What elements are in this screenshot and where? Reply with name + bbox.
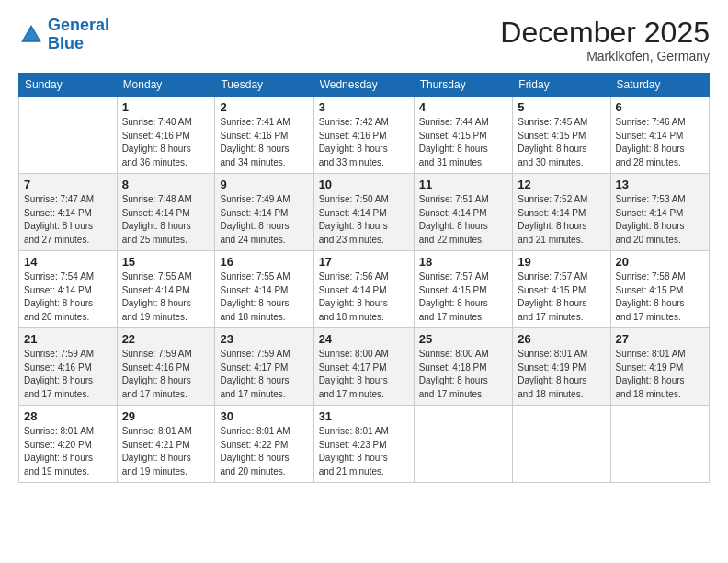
page: General Blue December 2025 Marklkofen, G… [0,0,728,563]
day-cell: 9Sunrise: 7:49 AM Sunset: 4:14 PM Daylig… [215,174,313,251]
day-number: 1 [122,100,210,114]
day-number: 30 [220,409,308,423]
day-cell: 7Sunrise: 7:47 AM Sunset: 4:14 PM Daylig… [19,174,118,251]
day-info: Sunrise: 8:01 AM Sunset: 4:19 PM Dayligh… [616,348,704,401]
day-cell: 10Sunrise: 7:50 AM Sunset: 4:14 PM Dayli… [313,174,414,251]
day-info: Sunrise: 7:57 AM Sunset: 4:15 PM Dayligh… [518,270,605,324]
day-cell [513,406,610,483]
day-cell: 17Sunrise: 7:56 AM Sunset: 4:14 PM Dayli… [313,251,414,328]
main-title: December 2025 [500,17,710,49]
day-number: 21 [24,332,112,346]
logo-line1: General [48,16,109,34]
col-header-saturday: Saturday [610,74,709,97]
day-info: Sunrise: 7:47 AM Sunset: 4:14 PM Dayligh… [24,193,112,247]
day-cell: 14Sunrise: 7:54 AM Sunset: 4:14 PM Dayli… [19,251,118,328]
col-header-friday: Friday [513,74,610,97]
day-info: Sunrise: 7:42 AM Sunset: 4:16 PM Dayligh… [319,116,409,169]
day-cell [414,406,513,483]
day-cell: 24Sunrise: 8:00 AM Sunset: 4:17 PM Dayli… [313,328,414,406]
day-number: 18 [419,255,508,269]
day-info: Sunrise: 7:44 AM Sunset: 4:15 PM Dayligh… [419,116,508,169]
day-info: Sunrise: 8:00 AM Sunset: 4:17 PM Dayligh… [319,348,409,401]
day-info: Sunrise: 7:49 AM Sunset: 4:14 PM Dayligh… [220,193,308,247]
day-number: 2 [220,100,308,114]
day-info: Sunrise: 7:51 AM Sunset: 4:14 PM Dayligh… [419,193,508,247]
day-cell: 19Sunrise: 7:57 AM Sunset: 4:15 PM Dayli… [513,251,610,328]
day-number: 29 [122,409,210,423]
logo-text: General Blue [48,17,109,53]
day-info: Sunrise: 7:59 AM Sunset: 4:16 PM Dayligh… [122,348,210,401]
day-info: Sunrise: 7:59 AM Sunset: 4:17 PM Dayligh… [220,348,308,401]
logo: General Blue [18,17,109,53]
col-header-tuesday: Tuesday [215,74,313,97]
day-info: Sunrise: 7:45 AM Sunset: 4:15 PM Dayligh… [518,116,605,169]
day-cell: 2Sunrise: 7:41 AM Sunset: 4:16 PM Daylig… [215,97,313,174]
day-number: 12 [518,178,605,191]
day-cell: 6Sunrise: 7:46 AM Sunset: 4:14 PM Daylig… [610,97,709,174]
day-info: Sunrise: 7:59 AM Sunset: 4:16 PM Dayligh… [24,348,112,401]
day-number: 6 [616,100,704,114]
day-info: Sunrise: 8:01 AM Sunset: 4:20 PM Dayligh… [24,425,112,478]
day-number: 19 [518,255,605,269]
day-info: Sunrise: 7:50 AM Sunset: 4:14 PM Dayligh… [319,193,409,247]
day-info: Sunrise: 7:55 AM Sunset: 4:14 PM Dayligh… [220,270,308,324]
day-number: 7 [24,178,112,191]
day-cell: 22Sunrise: 7:59 AM Sunset: 4:16 PM Dayli… [117,328,215,406]
day-cell: 20Sunrise: 7:58 AM Sunset: 4:15 PM Dayli… [610,251,709,328]
day-info: Sunrise: 7:58 AM Sunset: 4:15 PM Dayligh… [616,270,704,324]
day-cell: 27Sunrise: 8:01 AM Sunset: 4:19 PM Dayli… [610,328,709,406]
day-cell [610,406,709,483]
day-number: 5 [518,100,605,114]
day-info: Sunrise: 7:46 AM Sunset: 4:14 PM Dayligh… [616,116,704,169]
day-number: 31 [319,409,409,423]
week-row-2: 7Sunrise: 7:47 AM Sunset: 4:14 PM Daylig… [19,174,710,251]
day-info: Sunrise: 7:56 AM Sunset: 4:14 PM Dayligh… [319,270,409,324]
day-number: 15 [122,255,210,269]
day-number: 11 [419,178,508,191]
day-info: Sunrise: 7:55 AM Sunset: 4:14 PM Dayligh… [122,270,210,324]
day-cell: 21Sunrise: 7:59 AM Sunset: 4:16 PM Dayli… [19,328,118,406]
day-cell: 12Sunrise: 7:52 AM Sunset: 4:14 PM Dayli… [513,174,610,251]
day-info: Sunrise: 7:52 AM Sunset: 4:14 PM Dayligh… [518,193,605,247]
day-number: 20 [616,255,704,269]
day-number: 27 [616,332,704,346]
day-cell: 8Sunrise: 7:48 AM Sunset: 4:14 PM Daylig… [117,174,215,251]
day-info: Sunrise: 7:57 AM Sunset: 4:15 PM Dayligh… [419,270,508,324]
week-row-3: 14Sunrise: 7:54 AM Sunset: 4:14 PM Dayli… [19,251,710,328]
day-cell: 13Sunrise: 7:53 AM Sunset: 4:14 PM Dayli… [610,174,709,251]
logo-icon [18,22,44,48]
day-number: 25 [419,332,508,346]
day-number: 3 [319,100,409,114]
day-cell: 16Sunrise: 7:55 AM Sunset: 4:14 PM Dayli… [215,251,313,328]
day-number: 26 [518,332,605,346]
svg-marker-1 [23,28,40,40]
day-info: Sunrise: 8:01 AM Sunset: 4:23 PM Dayligh… [319,425,409,478]
day-number: 13 [616,178,704,191]
calendar-table: SundayMondayTuesdayWednesdayThursdayFrid… [18,73,710,483]
calendar-header-row: SundayMondayTuesdayWednesdayThursdayFrid… [19,74,710,97]
day-info: Sunrise: 8:01 AM Sunset: 4:21 PM Dayligh… [122,425,210,478]
day-info: Sunrise: 7:53 AM Sunset: 4:14 PM Dayligh… [616,193,704,247]
week-row-1: 1Sunrise: 7:40 AM Sunset: 4:16 PM Daylig… [19,97,710,174]
day-cell: 31Sunrise: 8:01 AM Sunset: 4:23 PM Dayli… [313,406,414,483]
day-cell: 3Sunrise: 7:42 AM Sunset: 4:16 PM Daylig… [313,97,414,174]
title-block: December 2025 Marklkofen, Germany [500,17,710,63]
week-row-5: 28Sunrise: 8:01 AM Sunset: 4:20 PM Dayli… [19,406,710,483]
week-row-4: 21Sunrise: 7:59 AM Sunset: 4:16 PM Dayli… [19,328,710,406]
day-number: 16 [220,255,308,269]
day-number: 28 [24,409,112,423]
day-info: Sunrise: 7:54 AM Sunset: 4:14 PM Dayligh… [24,270,112,324]
day-number: 24 [319,332,409,346]
day-cell: 28Sunrise: 8:01 AM Sunset: 4:20 PM Dayli… [19,406,118,483]
day-number: 23 [220,332,308,346]
day-number: 10 [319,178,409,191]
day-cell: 4Sunrise: 7:44 AM Sunset: 4:15 PM Daylig… [414,97,513,174]
col-header-wednesday: Wednesday [313,74,414,97]
day-number: 14 [24,255,112,269]
day-number: 22 [122,332,210,346]
subtitle: Marklkofen, Germany [500,49,710,63]
day-info: Sunrise: 7:48 AM Sunset: 4:14 PM Dayligh… [122,193,210,247]
day-cell: 25Sunrise: 8:00 AM Sunset: 4:18 PM Dayli… [414,328,513,406]
day-info: Sunrise: 7:40 AM Sunset: 4:16 PM Dayligh… [122,116,210,169]
day-cell [19,97,118,174]
